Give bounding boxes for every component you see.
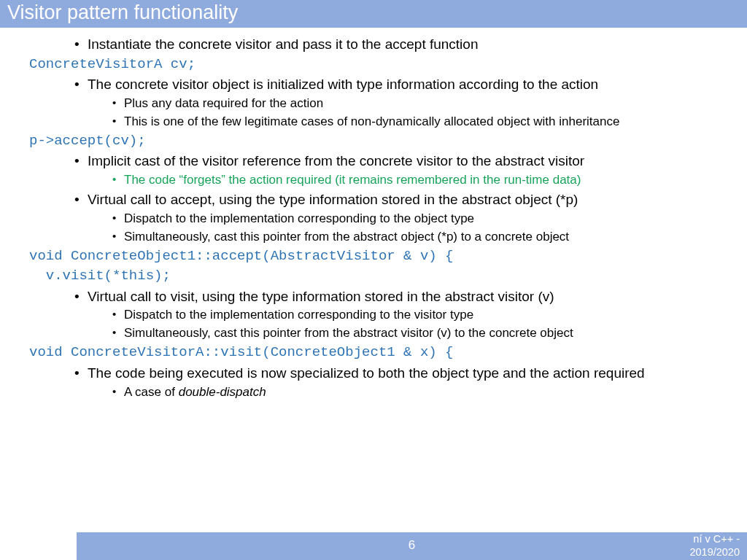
bullet-l2: Dispatch to the implementation correspon…: [124, 307, 725, 324]
bullet-l1: Virtual call to visit, using the type in…: [88, 287, 725, 306]
bullet-l2: Simultaneously, cast this pointer from t…: [124, 325, 725, 342]
code-line: p->accept(cv);: [29, 132, 725, 151]
italic-text: double-dispatch: [179, 385, 266, 399]
bullet-l2: Dispatch to the implementation correspon…: [124, 211, 725, 228]
bullet-l2: Simultaneously, cast this pointer from t…: [124, 229, 725, 246]
bullet-l1: The concrete visitor object is initializ…: [88, 75, 725, 94]
course-line: ní v C++ -: [689, 532, 740, 545]
bullet-l1: Virtual call to accept, using the type i…: [88, 190, 725, 209]
bullet-l2-highlight: The code “forgets” the action required (…: [124, 172, 725, 189]
bullet-l1: The code being executed is now specializ…: [88, 364, 725, 383]
course-line: 2019/2020: [689, 545, 740, 559]
bullet-l1: Implicit cast of the visitor reference f…: [88, 152, 725, 171]
slide: Visitor pattern functionality Instantiat…: [0, 0, 747, 560]
slide-body: Instantiate the concrete visitor and pas…: [29, 35, 725, 402]
bullet-l2: This is one of the few legitimate cases …: [124, 114, 725, 131]
text: A case of: [124, 385, 179, 399]
code-line: ConcreteVisitorA cv;: [29, 55, 725, 74]
slide-title: Visitor pattern functionality: [0, 0, 747, 28]
bullet-l2: A case of double-dispatch: [124, 384, 725, 401]
code-line: void ConcreteVisitorA::visit(ConcreteObj…: [29, 343, 725, 362]
course-label: ní v C++ - 2019/2020: [689, 532, 740, 559]
bullet-l2: Plus any data required for the action: [124, 96, 725, 112]
bullet-l1: Instantiate the concrete visitor and pas…: [88, 35, 725, 54]
page-number: 6: [77, 538, 747, 553]
footer-bar: 6 ní v C++ - 2019/2020: [77, 532, 747, 560]
code-line: v.visit(*this);: [29, 267, 725, 286]
code-line: void ConcreteObject1::accept(AbstractVis…: [29, 247, 725, 266]
